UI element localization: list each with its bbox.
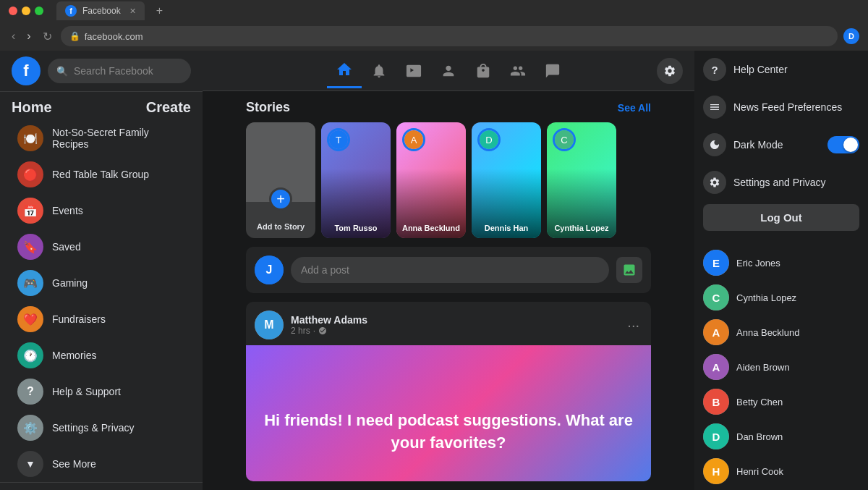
back-button[interactable]: ‹ xyxy=(9,28,18,44)
sidebar-item-events[interactable]: 📅 Events xyxy=(6,193,197,228)
forward-button[interactable]: › xyxy=(24,28,33,44)
create-button[interactable]: Create xyxy=(146,99,191,116)
photo-button[interactable] xyxy=(616,257,642,283)
family-recipes-label: Not-So-Secret Family Recipes xyxy=(52,127,185,150)
friend-item-aiden[interactable]: A Aiden Brown xyxy=(694,350,868,384)
story-name-dennis: Dennis Han xyxy=(472,224,541,232)
story-card-anna[interactable]: A Anna Becklund xyxy=(396,122,466,238)
friend-item-dan[interactable]: D Dan Brown xyxy=(694,419,868,454)
lock-icon: 🔒 xyxy=(69,31,80,41)
friend-avatar-anna: A xyxy=(703,319,729,345)
sidebar-item-settings[interactable]: ⚙️ Settings & Privacy xyxy=(6,410,197,445)
nav-notifications-button[interactable] xyxy=(362,54,396,88)
sidebar-item-saved[interactable]: 🔖 Saved xyxy=(6,229,197,264)
top-nav xyxy=(203,51,694,91)
sidebar-item-see-more[interactable]: ▼ See More xyxy=(6,447,197,481)
friend-avatar-cynthia: C xyxy=(703,284,729,311)
browser-tab[interactable]: f Facebook ✕ xyxy=(56,1,145,20)
top-nav-wrapper xyxy=(203,54,694,88)
settings-privacy-label: Settings and Privacy xyxy=(733,177,826,188)
menu-item-news-feed-prefs[interactable]: News Feed Preferences xyxy=(694,88,868,126)
sidebar-item-gaming[interactable]: 🎮 Gaming xyxy=(6,266,197,300)
nav-profile-button[interactable] xyxy=(431,54,466,88)
friend-avatar-betty: B xyxy=(703,389,729,415)
composer-top: J Add a post xyxy=(255,255,642,284)
maximize-button[interactable] xyxy=(35,7,43,15)
menu-item-dark-mode[interactable]: Dark Mode xyxy=(694,126,868,164)
friend-name-cynthia: Cynthia Lopez xyxy=(736,292,796,303)
story-card-cynthia[interactable]: C Cynthia Lopez xyxy=(547,122,616,238)
red-table-label: Red Table Talk Group xyxy=(52,169,149,180)
family-recipes-icon: 🍽️ xyxy=(17,125,43,151)
search-input[interactable] xyxy=(74,65,182,77)
events-label: Events xyxy=(52,205,83,216)
post-image: Hi friends! I need podcast suggestions. … xyxy=(246,345,651,481)
sidebar-item-family-recipes[interactable]: 🍽️ Not-So-Secret Family Recipes xyxy=(6,121,197,156)
friend-name-eric: Eric Jones xyxy=(736,258,780,269)
friend-item-cynthia[interactable]: C Cynthia Lopez xyxy=(694,280,868,315)
search-icon: 🔍 xyxy=(56,66,68,77)
settings-button[interactable] xyxy=(657,58,683,84)
story-card-dennis[interactable]: D Dennis Han xyxy=(472,122,541,238)
friend-avatar-aiden: A xyxy=(703,354,729,380)
story-avatar-dennis: D xyxy=(477,128,501,151)
friend-item-eric[interactable]: E Eric Jones xyxy=(694,245,868,280)
composer-input[interactable]: Add a post xyxy=(291,257,609,283)
settings-nav-icon: ⚙️ xyxy=(17,415,43,441)
nav-messenger-button[interactable] xyxy=(535,54,570,88)
friend-item-betty[interactable]: B Betty Chen xyxy=(694,384,868,419)
sidebar-item-fundraisers[interactable]: ❤️ Fundraisers xyxy=(6,302,197,337)
add-story-card[interactable]: + Add to Story xyxy=(246,122,315,238)
sidebar-item-memories[interactable]: 🕐 Memories xyxy=(6,338,197,373)
friend-item-henri[interactable]: H Henri Cook xyxy=(694,454,868,489)
nav-marketplace-button[interactable] xyxy=(466,54,501,88)
gaming-label: Gaming xyxy=(52,277,88,289)
red-table-icon: 🔴 xyxy=(17,161,43,187)
url-text: facebook.com xyxy=(85,31,143,42)
story-avatar-tom: T xyxy=(327,128,350,151)
new-tab-icon[interactable]: + xyxy=(156,4,163,17)
post-author: Matthew Adams xyxy=(291,314,617,326)
events-icon: 📅 xyxy=(17,198,43,224)
saved-icon: 🔖 xyxy=(17,234,43,260)
friend-name-anna: Anna Becklund xyxy=(736,327,799,338)
nav-watch-button[interactable] xyxy=(396,54,431,88)
menu-item-help-center[interactable]: ? Help Center xyxy=(694,51,868,88)
search-bar[interactable]: 🔍 xyxy=(48,59,191,83)
browser-titlebar: f Facebook ✕ + xyxy=(0,0,868,22)
sidebar-header: f 🔍 xyxy=(0,51,203,92)
nav-groups-button[interactable] xyxy=(501,54,535,88)
tab-title: Facebook xyxy=(82,6,121,16)
refresh-button[interactable]: ↻ xyxy=(40,28,55,45)
friend-name-henri: Henri Cook xyxy=(736,466,783,477)
stories-list: + Add to Story T Tom Russo xyxy=(246,122,651,238)
dark-mode-toggle[interactable] xyxy=(827,136,859,153)
sidebar-item-red-table[interactable]: 🔴 Red Table Talk Group xyxy=(6,157,197,192)
menu-item-settings-privacy[interactable]: Settings and Privacy xyxy=(694,164,868,201)
story-name-anna: Anna Becklund xyxy=(396,224,466,232)
story-card-tom[interactable]: T Tom Russo xyxy=(321,122,391,238)
see-more-label: See More xyxy=(52,458,96,470)
see-all-button[interactable]: See All xyxy=(618,102,651,114)
post-time: 2 hrs · xyxy=(291,326,617,336)
post-avatar: M xyxy=(255,311,284,339)
logout-button[interactable]: Log Out xyxy=(703,204,859,231)
post-composer: J Add a post xyxy=(246,247,651,293)
friend-item-anna[interactable]: A Anna Becklund xyxy=(694,315,868,350)
story-name-tom: Tom Russo xyxy=(321,224,391,232)
friend-avatar-henri: H xyxy=(703,458,729,484)
address-bar[interactable]: 🔒 facebook.com xyxy=(61,26,838,46)
friend-avatar-eric: E xyxy=(703,250,729,276)
more-options-button[interactable]: ··· xyxy=(624,314,642,337)
dark-mode-label: Dark Mode xyxy=(733,139,783,151)
favicon: f xyxy=(65,5,77,17)
browser-toolbar: ‹ › ↻ 🔒 facebook.com D xyxy=(0,22,868,51)
see-more-icon: ▼ xyxy=(17,451,43,477)
tab-close-icon[interactable]: ✕ xyxy=(129,7,136,16)
browser-profile[interactable]: D xyxy=(843,28,859,44)
minimize-button[interactable] xyxy=(22,7,30,15)
sidebar-item-help[interactable]: ? Help & Support xyxy=(6,374,197,409)
close-button[interactable] xyxy=(9,7,17,15)
nav-home-button[interactable] xyxy=(327,54,362,88)
sidebar-section-title: Home Create xyxy=(0,92,203,120)
